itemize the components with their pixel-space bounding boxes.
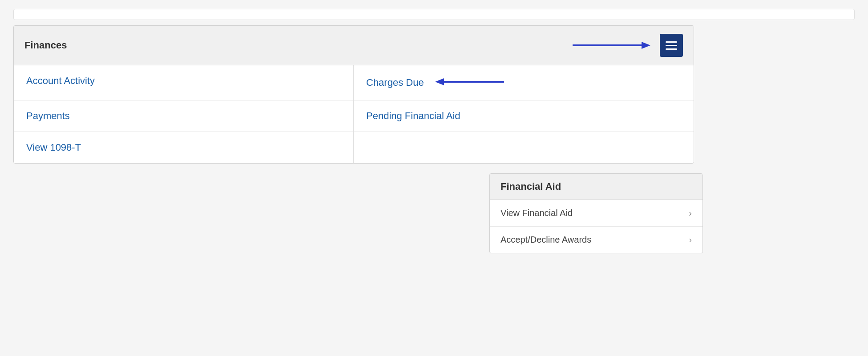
svg-marker-1	[642, 42, 650, 49]
accept-decline-awards-item[interactable]: Accept/Decline Awards ›	[490, 227, 702, 253]
payments-link[interactable]: Payments	[26, 110, 70, 121]
hamburger-line-2	[666, 45, 677, 46]
view-financial-aid-label: View Financial Aid	[501, 208, 573, 218]
account-activity-link[interactable]: Account Activity	[26, 75, 95, 86]
hamburger-line-3	[666, 48, 677, 50]
payments-cell: Payments	[14, 100, 354, 132]
account-activity-cell: Account Activity	[14, 65, 354, 100]
header-right	[573, 34, 683, 57]
financial-aid-card: Financial Aid View Financial Aid › Accep…	[489, 173, 703, 253]
charges-due-link[interactable]: Charges Due	[366, 77, 424, 88]
financial-aid-title: Financial Aid	[501, 181, 561, 192]
hamburger-menu-button[interactable]	[660, 34, 683, 57]
view-1098t-link[interactable]: View 1098-T	[26, 142, 81, 153]
financial-aid-header: Financial Aid	[490, 174, 702, 200]
finances-header: Finances	[14, 26, 694, 65]
pending-financial-aid-cell: Pending Financial Aid	[354, 100, 694, 132]
charges-due-container: Charges Due	[366, 75, 681, 90]
view-financial-aid-item[interactable]: View Financial Aid ›	[490, 200, 702, 227]
finances-title: Finances	[24, 40, 67, 51]
accept-decline-awards-chevron-icon: ›	[689, 235, 692, 245]
finances-grid: Account Activity Charges Due Pa	[14, 65, 694, 163]
hamburger-line-1	[666, 41, 677, 43]
finances-card: Finances Ac	[13, 25, 694, 164]
left-arrow-annotation	[433, 75, 504, 90]
pending-financial-aid-link[interactable]: Pending Financial Aid	[366, 110, 460, 121]
accept-decline-awards-label: Accept/Decline Awards	[501, 235, 591, 245]
svg-marker-3	[435, 78, 444, 85]
view-1098t-cell: View 1098-T	[14, 132, 354, 163]
charges-due-cell: Charges Due	[354, 65, 694, 100]
view-financial-aid-chevron-icon: ›	[689, 208, 692, 218]
top-strip	[13, 9, 855, 20]
right-arrow-annotation	[573, 39, 653, 52]
